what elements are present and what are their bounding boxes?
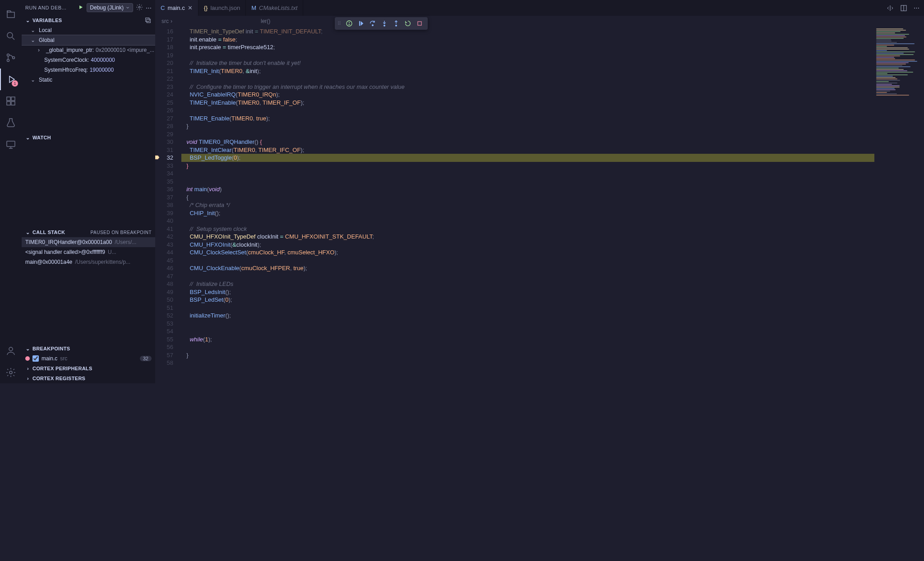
svg-rect-8 xyxy=(7,141,15,147)
svg-point-2 xyxy=(7,60,9,62)
chevron-down-icon: ⌄ xyxy=(25,135,31,141)
stack-frame-0[interactable]: TIMER0_IRQHandler@0x00001a00/Users/... xyxy=(22,237,155,247)
tab-actions: ⋯ xyxy=(882,0,924,16)
svg-rect-7 xyxy=(11,101,15,105)
tab-main-c[interactable]: C main.c ✕ xyxy=(155,0,199,16)
close-icon[interactable]: ✕ xyxy=(188,5,193,11)
svg-rect-5 xyxy=(11,97,15,101)
step-over-button[interactable] xyxy=(367,18,378,29)
debug-config-select[interactable]: Debug (JLink) xyxy=(87,3,133,12)
stack-frame-2[interactable]: main@0x00001a4e/Users/superkittens/p... xyxy=(22,257,155,267)
breakpoints-title: BREAKPOINTS xyxy=(32,346,70,351)
scope-global[interactable]: ⌄Global xyxy=(22,35,155,45)
cortex-peripherals-section: › CORTEX PERIPHERALS xyxy=(22,363,155,373)
tab-label: launch.json xyxy=(210,5,240,11)
minimap[interactable] xyxy=(874,27,924,383)
callstack-title: CALL STACK xyxy=(32,230,65,235)
tab-cmakelists[interactable]: M CMakeLists.txt xyxy=(246,0,303,16)
breakpoints-header[interactable]: ⌄ BREAKPOINTS xyxy=(22,344,155,354)
run-debug-icon[interactable]: 1 xyxy=(0,69,22,90)
var-system-core-clock[interactable]: SystemCoreClock: 40000000 xyxy=(22,55,155,65)
debug-settings-icon[interactable] xyxy=(136,4,143,12)
accounts-icon[interactable] xyxy=(0,340,22,362)
chevron-down-icon: ⌄ xyxy=(25,346,31,352)
breadcrumb-seg[interactable]: src xyxy=(162,18,169,24)
stop-button[interactable] xyxy=(414,18,425,29)
var-system-hfrco-freq[interactable]: SystemHfrcoFreq: 19000000 xyxy=(22,65,155,75)
debug-config-label: Debug (JLink) xyxy=(90,5,124,11)
watch-section: ⌄ WATCH xyxy=(22,133,155,227)
source-control-icon[interactable] xyxy=(0,47,22,69)
variables-header[interactable]: ⌄ VARIABLES xyxy=(22,15,155,25)
extensions-icon[interactable] xyxy=(0,90,22,112)
cortex-registers-header[interactable]: › CORTEX REGISTERS xyxy=(22,373,155,383)
svg-point-11 xyxy=(139,6,140,8)
editor-tabs: C main.c ✕ {} launch.json M CMakeLists.t… xyxy=(155,0,924,16)
chevron-right-icon: › xyxy=(25,366,31,371)
pause-button[interactable] xyxy=(356,18,366,29)
compare-icon[interactable] xyxy=(887,5,894,12)
cortex-peripherals-header[interactable]: › CORTEX PERIPHERALS xyxy=(22,363,155,373)
code-content[interactable]: TIMER_Init_TypeDef init = TIMER_INIT_DEF… xyxy=(181,27,874,383)
remote-icon[interactable] xyxy=(0,133,22,155)
variables-title: VARIABLES xyxy=(32,18,62,23)
svg-rect-4 xyxy=(7,97,10,101)
breakpoint-line: 32 xyxy=(140,356,152,361)
collapse-all-icon[interactable] xyxy=(144,17,152,24)
breakpoint-item[interactable]: main.c src 32 xyxy=(22,354,155,363)
activity-bar: 1 xyxy=(0,0,22,383)
breadcrumb-fn: ler() xyxy=(261,18,270,24)
svg-point-10 xyxy=(9,371,12,374)
svg-rect-19 xyxy=(418,22,421,25)
line-gutter[interactable]: 1617181920212223242526272829303132333435… xyxy=(155,27,181,383)
watch-title: WATCH xyxy=(32,135,51,140)
step-out-button[interactable] xyxy=(391,18,402,29)
chevron-down-icon: ⌄ xyxy=(25,230,31,235)
settings-gear-icon[interactable] xyxy=(0,362,22,383)
start-debug-icon[interactable] xyxy=(78,4,84,12)
callstack-body: TIMER0_IRQHandler@0x00001a00/Users/... <… xyxy=(22,237,155,267)
breakpoints-body: main.c src 32 xyxy=(22,354,155,363)
debug-toolbar[interactable]: ⠿ xyxy=(335,17,428,30)
cortex-registers-title: CORTEX REGISTERS xyxy=(32,376,85,381)
json-file-icon: {} xyxy=(204,5,208,11)
stack-frame-1[interactable]: <signal handler called>@0xfffffff9U... xyxy=(22,247,155,257)
breakpoint-dot-icon xyxy=(25,356,30,361)
svg-point-16 xyxy=(372,25,374,26)
breakpoint-checkbox[interactable] xyxy=(32,355,39,362)
chevron-right-icon: › xyxy=(25,376,31,381)
restart-button[interactable] xyxy=(402,18,413,29)
svg-rect-12 xyxy=(146,18,149,22)
callstack-header[interactable]: ⌄ CALL STACK PAUSED ON BREAKPOINT xyxy=(22,227,155,237)
tab-label: CMakeLists.txt xyxy=(259,5,297,11)
callstack-section: ⌄ CALL STACK PAUSED ON BREAKPOINT TIMER0… xyxy=(22,227,155,267)
callstack-status: PAUSED ON BREAKPOINT xyxy=(91,230,152,235)
debug-more-icon[interactable]: ⋯ xyxy=(146,5,152,11)
continue-button[interactable] xyxy=(344,18,355,29)
breakpoint-folder: src xyxy=(60,355,67,362)
search-icon[interactable] xyxy=(0,25,22,47)
drag-handle-icon[interactable]: ⠿ xyxy=(337,21,343,27)
svg-point-17 xyxy=(384,25,385,26)
scope-static[interactable]: ⌄Static xyxy=(22,75,155,85)
code-editor[interactable]: 1617181920212223242526272829303132333435… xyxy=(155,27,924,383)
explorer-icon[interactable] xyxy=(0,4,22,25)
sidebar-header: RUN AND DEB... Debug (JLink) ⋯ xyxy=(22,0,155,15)
tab-launch-json[interactable]: {} launch.json xyxy=(199,0,246,16)
cortex-peripherals-title: CORTEX PERIPHERALS xyxy=(32,366,92,371)
breakpoints-section: ⌄ BREAKPOINTS main.c src 32 xyxy=(22,344,155,363)
var-global-impure-ptr[interactable]: ›_global_impure_ptr: 0x20000010 <impure_… xyxy=(22,45,155,55)
variables-body: ⌄Local ⌄Global ›_global_impure_ptr: 0x20… xyxy=(22,25,155,133)
chevron-down-icon: ⌄ xyxy=(25,18,31,23)
watch-body xyxy=(22,143,155,227)
svg-point-1 xyxy=(7,54,9,56)
breadcrumb[interactable]: src› ler() xyxy=(155,16,924,27)
svg-point-0 xyxy=(7,32,13,38)
scope-local[interactable]: ⌄Local xyxy=(22,25,155,35)
step-into-button[interactable] xyxy=(379,18,390,29)
split-editor-icon[interactable] xyxy=(900,5,907,12)
watch-header[interactable]: ⌄ WATCH xyxy=(22,133,155,143)
tab-label: main.c xyxy=(167,5,185,11)
testing-icon[interactable] xyxy=(0,112,22,133)
more-actions-icon[interactable]: ⋯ xyxy=(914,5,919,11)
